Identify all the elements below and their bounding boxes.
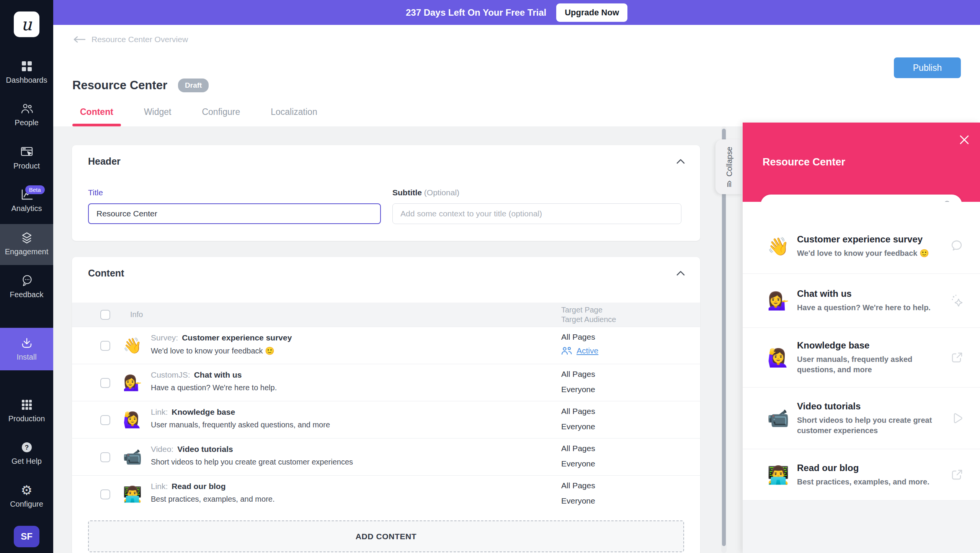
row-checkbox[interactable] bbox=[100, 452, 110, 462]
back-arrow-icon bbox=[72, 36, 86, 43]
tab-widget[interactable]: Widget bbox=[136, 107, 179, 126]
sidebar-item-install[interactable]: Install bbox=[0, 328, 53, 370]
breadcrumb-label: Resource Center Overview bbox=[91, 35, 188, 44]
sidebar-item-analytics[interactable]: Beta Analytics bbox=[0, 181, 53, 221]
people-icon bbox=[20, 103, 33, 115]
header-section-card: Header Title Subtitle (Optional) bbox=[72, 145, 700, 241]
production-grid-icon bbox=[20, 399, 33, 411]
content-section-heading: Content bbox=[88, 268, 124, 279]
preview-item-blog[interactable]: 👨‍💻 Read our blog Best practices, exampl… bbox=[743, 449, 980, 501]
sidebar-item-engagement[interactable]: Engagement bbox=[0, 224, 53, 265]
subtitle-input[interactable] bbox=[392, 203, 681, 224]
upgrade-now-button[interactable]: Upgrade Now bbox=[556, 3, 627, 22]
trial-banner: 237 Days Left On Your Free Trial Upgrade… bbox=[53, 0, 980, 25]
tab-localization[interactable]: Localization bbox=[263, 107, 325, 126]
sidebar-item-people[interactable]: People bbox=[0, 95, 53, 135]
sidebar-item-label: Engagement bbox=[5, 247, 48, 256]
collapse-content-section-button[interactable] bbox=[676, 271, 685, 276]
external-link-icon bbox=[950, 468, 964, 482]
publish-button[interactable]: Publish bbox=[894, 57, 961, 78]
row-checkbox[interactable] bbox=[100, 341, 110, 351]
chevron-up-icon bbox=[676, 159, 685, 164]
add-content-button[interactable]: ADD CONTENT bbox=[88, 520, 684, 552]
row-type-label: Video: bbox=[151, 445, 173, 453]
sidebar-item-label: Dashboards bbox=[6, 76, 47, 85]
preview-item-description: We'd love to know your feedback 🙂 bbox=[797, 248, 939, 259]
dashboards-icon bbox=[20, 60, 33, 72]
preview-item-title: Knowledge base bbox=[797, 340, 939, 351]
collapse-preview-tab[interactable]: ≡› Collapse bbox=[715, 139, 743, 194]
sidebar-item-label: Production bbox=[8, 414, 45, 423]
breadcrumb[interactable]: Resource Center Overview bbox=[72, 35, 188, 44]
sparkle-icon bbox=[949, 293, 964, 308]
tab-configure[interactable]: Configure bbox=[194, 107, 248, 126]
page-header: Resource Center Overview Resource Center… bbox=[53, 25, 980, 126]
select-all-checkbox[interactable] bbox=[100, 310, 110, 320]
resource-center-preview: Resource Center 👋 Customer experience su… bbox=[743, 123, 980, 553]
sidebar-item-label: Feedback bbox=[10, 290, 44, 299]
content-row-blog[interactable]: 👨‍💻 Link:Read our blog Best practices, e… bbox=[72, 475, 700, 512]
row-description: We'd love to know your feedback 🙂 bbox=[151, 346, 292, 355]
row-description: Short videos to help you create great cu… bbox=[151, 458, 353, 466]
row-description: Best practices, examples, and more. bbox=[151, 495, 274, 504]
sidebar-item-configure[interactable]: ⚙ Configure bbox=[0, 476, 53, 516]
close-preview-button[interactable] bbox=[959, 134, 970, 146]
target-audience-value: Everyone bbox=[561, 459, 595, 468]
row-checkbox[interactable] bbox=[100, 415, 110, 425]
logo-glyph: u bbox=[21, 15, 32, 34]
sidebar-item-product[interactable]: Product bbox=[0, 138, 53, 178]
audience-group-icon bbox=[561, 347, 573, 355]
row-title: Knowledge base bbox=[172, 407, 235, 416]
row-description: User manuals, frequently asked questions… bbox=[151, 420, 330, 429]
sidebar-item-production[interactable]: Production bbox=[0, 391, 53, 431]
content-row-customjs[interactable]: 💁‍♀️ CustomJS:Chat with us Have a questi… bbox=[72, 364, 700, 401]
row-type-label: Link: bbox=[151, 482, 168, 491]
preview-title: Resource Center bbox=[763, 156, 845, 168]
row-type-label: Link: bbox=[151, 407, 168, 416]
page-title: Resource Center bbox=[72, 79, 167, 92]
play-icon bbox=[951, 411, 964, 425]
preview-header: Resource Center bbox=[743, 123, 980, 202]
engagement-layers-icon bbox=[20, 232, 33, 244]
content-row-knowledge-base[interactable]: 🙋‍♀️ Link:Knowledge base User manuals, f… bbox=[72, 401, 700, 438]
row-description: Have a question? We're here to help. bbox=[151, 383, 277, 392]
user-avatar[interactable]: SF bbox=[14, 526, 39, 547]
content-row-video[interactable]: 📹 Video:Video tutorials Short videos to … bbox=[72, 438, 700, 475]
title-input[interactable] bbox=[88, 203, 381, 224]
row-checkbox[interactable] bbox=[100, 489, 110, 499]
sidebar-item-feedback[interactable]: Feedback bbox=[0, 267, 53, 307]
audience-active-link[interactable]: Active bbox=[577, 346, 598, 355]
row-checkbox[interactable] bbox=[100, 378, 110, 388]
trial-banner-text: 237 Days Left On Your Free Trial bbox=[406, 7, 546, 18]
column-target: Target Page Target Audience bbox=[561, 305, 616, 324]
preview-item-description: Short videos to help you create great cu… bbox=[797, 415, 939, 436]
target-page-value: All Pages bbox=[561, 407, 595, 416]
tab-content[interactable]: Content bbox=[72, 107, 121, 126]
sidebar-item-label: Product bbox=[13, 162, 40, 170]
preview-item-knowledge-base[interactable]: 🙋‍♀️ Knowledge base User manuals, freque… bbox=[743, 328, 980, 388]
preview-item-survey[interactable]: 👋 Customer experience survey We'd love t… bbox=[743, 202, 980, 274]
sidebar-item-label: Install bbox=[16, 353, 36, 362]
sidebar-item-dashboards[interactable]: Dashboards bbox=[0, 52, 53, 92]
raising-hand-woman-emoji: 🙋‍♀️ bbox=[121, 411, 144, 429]
row-type-label: Survey: bbox=[151, 333, 178, 342]
content-section-card: Content Info Target Page Target Audience… bbox=[72, 257, 700, 553]
tab-bar: Content Widget Configure Localization bbox=[72, 107, 325, 126]
collapse-label: Collapse bbox=[725, 147, 733, 177]
status-badge: Draft bbox=[178, 79, 209, 92]
sidebar-item-get-help[interactable]: ? Get Help bbox=[0, 434, 53, 473]
chat-bubble-icon bbox=[949, 239, 964, 253]
collapse-header-section-button[interactable] bbox=[676, 159, 685, 164]
avatar-initials: SF bbox=[21, 531, 33, 542]
gear-icon: ⚙ bbox=[20, 484, 33, 496]
preview-item-chat[interactable]: 💁‍♀️ Chat with us Have a question? We're… bbox=[743, 274, 980, 328]
video-camera-emoji: 📹 bbox=[765, 408, 792, 429]
target-audience-value: Everyone bbox=[561, 422, 595, 431]
beta-badge: Beta bbox=[25, 185, 45, 194]
userpilot-logo[interactable]: u bbox=[14, 11, 39, 37]
content-row-survey[interactable]: 👋 Survey:Customer experience survey We'd… bbox=[72, 327, 700, 364]
sidebar-item-label: Configure bbox=[10, 500, 43, 509]
preview-item-video[interactable]: 📹 Video tutorials Short videos to help y… bbox=[743, 388, 980, 449]
row-title: Chat with us bbox=[194, 370, 242, 379]
tipping-hand-woman-emoji: 💁‍♀️ bbox=[765, 290, 792, 311]
